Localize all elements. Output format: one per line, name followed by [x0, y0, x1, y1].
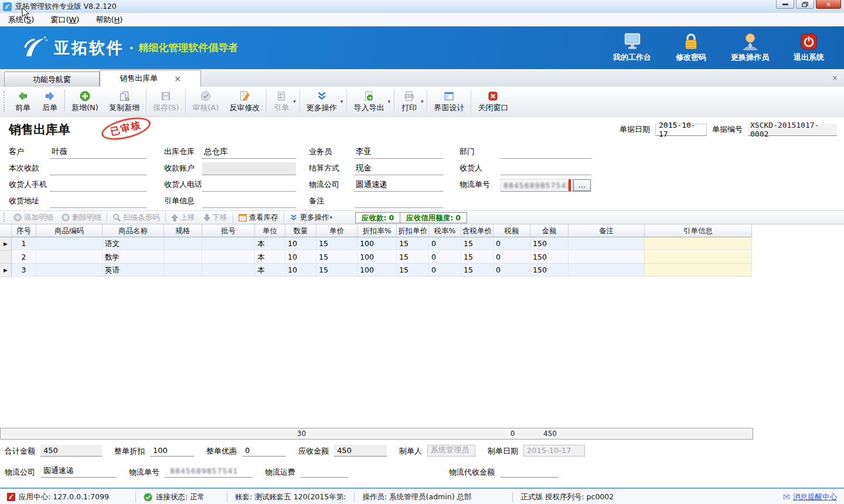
- grid-column-header[interactable]: 序号: [12, 224, 36, 237]
- grid-cell[interactable]: 100: [358, 251, 397, 264]
- exit-system-button[interactable]: 退出系统: [794, 33, 824, 63]
- tab-sales-outbound[interactable]: 销售出库单 ×: [100, 70, 201, 87]
- whole-reduction-field[interactable]: 0: [242, 445, 286, 457]
- row-selector-cell[interactable]: ▶: [0, 264, 12, 277]
- view-stock-button[interactable]: 查看库存: [234, 213, 283, 223]
- print-button[interactable]: 打印: [396, 88, 423, 115]
- grid-cell[interactable]: 3: [12, 264, 36, 277]
- grid-column-header[interactable]: 金额: [530, 224, 569, 237]
- grid-cell[interactable]: 英语: [103, 264, 164, 277]
- warehouse-field[interactable]: 总仓库: [202, 146, 296, 159]
- grid-column-header[interactable]: 引单信息: [645, 224, 752, 237]
- ref-order-button[interactable]: 引单: [268, 88, 295, 115]
- grid-cell[interactable]: 15: [397, 264, 429, 277]
- grid-cell[interactable]: [36, 264, 103, 277]
- row-selector-cell[interactable]: [0, 251, 12, 264]
- grid-cell[interactable]: [36, 237, 103, 250]
- grid-column-header[interactable]: 备注: [569, 224, 645, 237]
- ref-order-dropdown-icon[interactable]: ▾: [293, 98, 296, 104]
- grid-cell[interactable]: [202, 251, 255, 264]
- grid-column-header[interactable]: 数量: [285, 224, 316, 237]
- grid-cell[interactable]: [645, 251, 752, 264]
- delete-detail-button[interactable]: 删除明细: [57, 213, 106, 223]
- menu-window[interactable]: 窗口(W): [50, 15, 79, 25]
- grid-cell[interactable]: 15: [397, 251, 429, 264]
- grid-column-header[interactable]: 商品编码: [36, 224, 103, 237]
- prev-order-button[interactable]: 前单: [9, 88, 36, 115]
- restore-button[interactable]: [796, 0, 814, 9]
- grid-cell[interactable]: 15: [316, 251, 358, 264]
- customer-field[interactable]: 叶薇: [50, 146, 147, 159]
- grid-cell[interactable]: [569, 237, 645, 250]
- tab-function-nav[interactable]: 功能导航窗: [4, 71, 100, 87]
- save-button[interactable]: 保存(S): [148, 88, 184, 115]
- salesman-field[interactable]: 李亚: [354, 146, 443, 159]
- footer-tracking-number-field[interactable]: 8845689857541: [168, 466, 238, 475]
- detail-more-dropdown-icon[interactable]: ▾: [330, 214, 333, 220]
- print-dropdown-icon[interactable]: ▾: [421, 98, 424, 104]
- logistics-company-field[interactable]: 圆通速递: [354, 179, 443, 192]
- more-actions-button[interactable]: 更多操作: [301, 88, 342, 115]
- grid-column-header[interactable]: 税率%: [429, 224, 461, 237]
- grid-cell[interactable]: [569, 251, 645, 264]
- scan-barcode-button[interactable]: 扫描条形码: [108, 213, 164, 223]
- grid-cell[interactable]: 数学: [103, 251, 164, 264]
- row-selector-cell[interactable]: ▶: [0, 237, 12, 251]
- grid-column-header[interactable]: 折扣单价: [397, 224, 429, 237]
- grid-cell[interactable]: 15: [461, 251, 494, 264]
- import-export-button[interactable]: 导入导出: [348, 88, 389, 115]
- unaudit-edit-button[interactable]: 反审修改: [224, 88, 265, 115]
- remark-field[interactable]: [354, 195, 443, 208]
- grid-column-header[interactable]: 折扣率%: [358, 224, 397, 237]
- grid-cell[interactable]: [164, 237, 202, 250]
- grid-cell[interactable]: 2: [12, 251, 36, 264]
- add-new-button[interactable]: 新增(N): [66, 88, 104, 115]
- grid-cell[interactable]: 0: [494, 237, 530, 250]
- next-order-button[interactable]: 后单: [36, 88, 63, 115]
- minimize-button[interactable]: [776, 0, 794, 9]
- add-detail-button[interactable]: 添加明细: [9, 213, 57, 223]
- grid-cell[interactable]: 0: [429, 264, 461, 277]
- grid-cell[interactable]: 15: [461, 237, 494, 250]
- tracking-number-field[interactable]: 8845689857541 …: [501, 179, 591, 192]
- grid-column-header[interactable]: 批号: [202, 224, 255, 237]
- close-button[interactable]: ✕: [816, 0, 841, 9]
- grid-column-header[interactable]: 规格: [164, 224, 202, 237]
- grid-column-header[interactable]: 单价: [316, 224, 358, 237]
- grid-cell[interactable]: 15: [461, 264, 494, 277]
- cod-amount-field[interactable]: [500, 466, 559, 478]
- doc-date-field[interactable]: 2015-10-17: [655, 124, 707, 136]
- grid-cell[interactable]: [202, 237, 255, 250]
- import-export-dropdown-icon[interactable]: ▾: [387, 98, 390, 104]
- grid-cell[interactable]: 100: [358, 237, 397, 250]
- grid-cell[interactable]: 150: [530, 251, 569, 264]
- grid-cell[interactable]: 0: [494, 251, 530, 264]
- change-password-button[interactable]: 修改密码: [676, 33, 706, 63]
- grid-cell[interactable]: 15: [316, 237, 358, 250]
- tabstrip-close-icon[interactable]: ×: [832, 73, 838, 82]
- ui-design-button[interactable]: 界面设计: [428, 88, 469, 115]
- close-window-button[interactable]: 关闭窗口: [472, 88, 513, 115]
- tab-close-icon[interactable]: ×: [174, 75, 181, 82]
- grid-cell[interactable]: 10: [285, 264, 316, 277]
- workbench-button[interactable]: 我的工作台: [613, 33, 651, 63]
- grid-column-header[interactable]: 单位: [255, 224, 285, 237]
- grid-cell[interactable]: 10: [285, 237, 316, 250]
- grid-cell[interactable]: 150: [530, 264, 569, 277]
- grid-cell[interactable]: 0: [429, 251, 461, 264]
- grid-cell[interactable]: 本: [255, 264, 285, 277]
- tracking-browse-button[interactable]: …: [573, 179, 591, 191]
- consignee-field[interactable]: [501, 162, 591, 175]
- grid-cell[interactable]: 0: [494, 264, 530, 277]
- move-down-button[interactable]: 下移: [199, 213, 232, 223]
- grid-cell[interactable]: 15: [316, 264, 358, 277]
- grid-column-header[interactable]: 税额: [494, 224, 530, 237]
- menu-help[interactable]: 帮助(H): [96, 15, 122, 25]
- grid-cell[interactable]: 本: [255, 237, 285, 250]
- grid-cell[interactable]: 本: [255, 251, 285, 264]
- current-payment-field[interactable]: [50, 162, 147, 175]
- payment-account-field[interactable]: [202, 162, 296, 175]
- audit-button[interactable]: 审核(A): [187, 88, 224, 115]
- grid-cell[interactable]: [36, 251, 103, 264]
- department-field[interactable]: [501, 146, 591, 159]
